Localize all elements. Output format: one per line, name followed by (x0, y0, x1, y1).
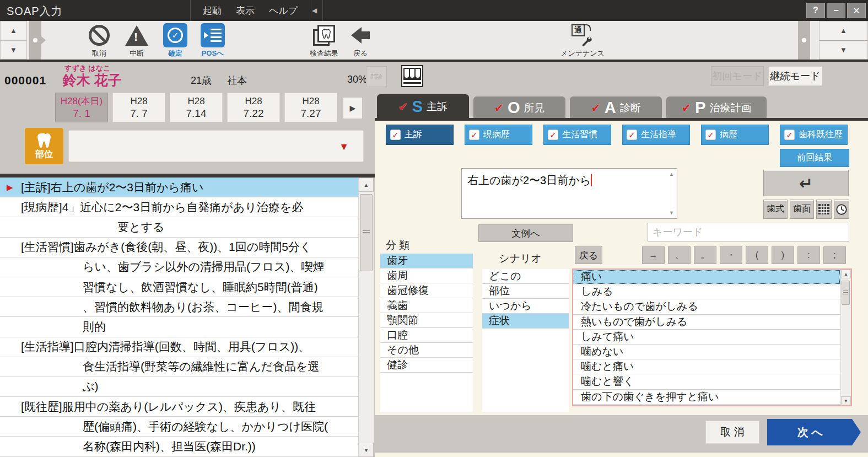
textarea-scroll-up-icon[interactable]: ▲ (669, 171, 674, 177)
scroll-down-button[interactable]: ▼ (0, 40, 27, 60)
phrase-item[interactable]: 噛むと響く (573, 374, 840, 389)
section-button[interactable]: ✓ 病歴 (701, 125, 769, 145)
punctuation-key[interactable]: : (797, 246, 820, 264)
soap-tab[interactable]: ✔ P 治療計画 (666, 96, 767, 119)
scroll-up-icon[interactable]: ▲ (359, 178, 374, 192)
scenario-item[interactable]: どこの (482, 269, 569, 284)
confirm-tool-button[interactable]: ✓ 確定 (155, 23, 195, 58)
help-button[interactable]: ? (806, 3, 825, 18)
record-row[interactable]: ▶ [現病歴]4」近心に2〜3日前から自発痛があり治療を必 (0, 197, 358, 217)
cancel-tool-button[interactable]: 取消 (79, 23, 119, 58)
date-tab[interactable]: H28(本日) 7. 1 (55, 93, 108, 122)
record-row[interactable]: ▶ 習慣なし、飲酒習慣なし、睡眠約5時間(普通) (0, 277, 358, 297)
scroll-up-button[interactable]: ▲ (820, 21, 867, 41)
record-row[interactable]: ▶ [主訴]右上の歯が2〜3日前から痛い (0, 178, 358, 197)
site-dropdown[interactable]: ▼ (68, 130, 364, 162)
minimize-button[interactable]: − (827, 3, 845, 18)
continue-mode-button[interactable]: 継続モード (768, 66, 822, 86)
grid-button[interactable] (816, 200, 832, 219)
record-row[interactable]: ▶ [生活習慣]歯みがき(食後(朝、昼、夜))、1回の時間5分く (0, 238, 358, 257)
scroll-down-button[interactable]: ▼ (820, 41, 867, 60)
date-tab[interactable]: H28 7.22 (227, 93, 280, 122)
date-tab[interactable]: H28 7.27 (284, 93, 337, 122)
tooth-surface-button[interactable]: 歯面 (790, 200, 814, 219)
section-button[interactable]: ✓ 生活指導 (622, 125, 690, 145)
textarea-scroll-down-icon[interactable]: ▼ (669, 210, 674, 216)
punctuation-key[interactable]: ) (772, 246, 794, 264)
close-button[interactable]: ✕ (847, 3, 866, 18)
record-row[interactable]: ▶ 歴(偏頭痛)、手術の経験なし、かかりつけ医院( (0, 417, 358, 437)
phrase-item[interactable]: しみる (573, 284, 840, 299)
phrase-item[interactable]: 痛い (573, 270, 840, 284)
site-button[interactable]: 部位 (25, 128, 63, 164)
enter-button[interactable]: ↵ (763, 170, 849, 196)
cancel-button[interactable]: 取 消 (705, 421, 759, 444)
scroll-down-icon[interactable]: ▼ (359, 443, 374, 457)
category-item[interactable]: 歯牙 (380, 254, 473, 268)
punctuation-key[interactable]: ・ (720, 246, 742, 264)
punctuation-key[interactable]: ; (823, 246, 846, 264)
scenario-item[interactable]: 部位 (482, 284, 569, 299)
category-item[interactable]: 健診 (380, 358, 473, 373)
phrase-item[interactable]: しみて痛い (573, 330, 840, 345)
scenario-item[interactable]: 症状 (482, 314, 569, 329)
punctuation-key[interactable]: 。 (694, 246, 716, 264)
back-tool-button[interactable]: 戻る (341, 23, 380, 58)
exam-result-tool-button[interactable]: 検査結果 (304, 23, 344, 58)
record-scrollbar[interactable]: ▲ ▼ (358, 178, 374, 457)
keyword-input[interactable] (648, 223, 849, 241)
record-row[interactable]: ▶ らい、歯ブラシ以外の清掃用品(フロス)、喫煙 (0, 257, 358, 277)
phrase-item[interactable]: 噛めない (573, 345, 840, 359)
previous-result-button[interactable]: 前回結果 (780, 149, 849, 167)
phrase-item[interactable]: 歯の下の歯ぐきを押すと痛い (573, 390, 840, 405)
section-button[interactable]: ✓ 歯科既往歴 (780, 125, 848, 145)
date-tab-next-icon[interactable]: ▶ (343, 97, 363, 119)
scenario-item[interactable]: いつから (482, 299, 569, 314)
section-button[interactable]: ✓ 生活習慣 (543, 125, 611, 145)
category-item[interactable]: 顎関節 (380, 313, 473, 328)
record-row[interactable]: ▶ [既往歴]服用中の薬あり(レルパックス)、疾患あり、既往 (0, 397, 358, 417)
back-button[interactable]: 戻る (575, 246, 602, 264)
section-button[interactable]: ✓ 現病歴 (465, 125, 532, 145)
date-tab[interactable]: H28 7.14 (170, 93, 223, 122)
tooth-formula-button[interactable]: 歯式 (763, 200, 788, 219)
record-row[interactable]: ▶ 要とする (0, 217, 358, 237)
punctuation-key[interactable]: ( (746, 246, 768, 264)
record-row[interactable]: ▶ [生活指導]口腔内清掃指導(回数、時間、用具(フロス))、 (0, 337, 358, 357)
record-row[interactable]: ▶ ぶ) (0, 377, 358, 397)
category-item[interactable]: 口腔 (380, 328, 473, 343)
phrase-item[interactable]: 噛むと痛い (573, 359, 840, 374)
scroll-thumb[interactable] (360, 194, 373, 271)
tooth-chart-icon[interactable] (401, 65, 423, 87)
phrase-examples-button[interactable]: 文例へ (478, 224, 573, 242)
soap-tab[interactable]: ✔ O 所見 (473, 96, 565, 119)
category-item[interactable]: 歯冠修復 (380, 283, 473, 298)
menu-help[interactable]: ヘルプ (269, 4, 298, 17)
soap-tab[interactable]: ✔ S 主訴 (377, 94, 469, 119)
category-item[interactable]: 義歯 (380, 298, 473, 313)
category-item[interactable]: その他 (380, 343, 473, 358)
scroll-thumb[interactable] (842, 281, 850, 305)
record-row[interactable]: ▶ 名称(森田内科)、担当医(森田Dr.)) (0, 437, 358, 456)
record-row[interactable]: ▶ 則的 (0, 317, 358, 337)
date-tab[interactable]: H28 7. 7 (112, 93, 165, 122)
phrase-item[interactable]: 熱いもので歯がしみる (573, 315, 840, 330)
soap-tab[interactable]: ✔ A 診断 (570, 96, 662, 119)
phrase-item[interactable]: 冷たいもので歯がしみる (573, 299, 840, 314)
menu-hyouji[interactable]: 表示 (236, 4, 255, 17)
interrupt-tool-button[interactable]: ! 中断 (117, 23, 157, 58)
category-item[interactable]: 歯周 (380, 268, 473, 283)
complaint-textarea[interactable]: 右上の歯が2〜3日前から ▲ ▼ (461, 168, 677, 219)
menu-kidou[interactable]: 起動 (203, 4, 222, 17)
scroll-up-icon[interactable]: ▲ (841, 270, 851, 278)
punctuation-key[interactable]: 、 (668, 246, 691, 264)
time-button[interactable] (834, 200, 849, 219)
phrase-scrollbar[interactable]: ▲ ▼ (840, 270, 851, 405)
scroll-down-icon[interactable]: ▼ (841, 396, 851, 405)
maintenance-tool-button[interactable]: 通 メンテナンス (563, 23, 602, 58)
record-row[interactable]: ▶ 、習慣的飲料物あり(お茶、コーヒー)、間食規 (0, 297, 358, 317)
scroll-up-button[interactable]: ▲ (0, 21, 27, 40)
next-button[interactable]: 次 へ (767, 419, 861, 445)
section-button[interactable]: ✓ 主訴 (386, 125, 454, 145)
record-row[interactable]: ▶ 食生活指導(野菜等の繊維性に富んだ食品を選 (0, 357, 358, 377)
